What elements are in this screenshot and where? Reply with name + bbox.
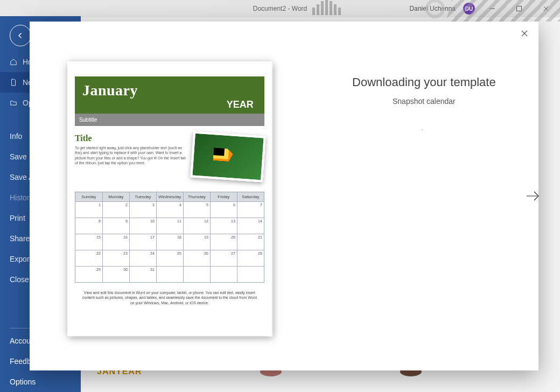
calendar-row: 15161718192021 (75, 234, 264, 250)
document-title: Document2 - Word (253, 5, 307, 12)
day-header: Saturday (237, 192, 264, 201)
template-download-dialog: January YEAR Subtitle Title To get start… (30, 22, 538, 370)
decor-stripes (446, 0, 560, 22)
sidebar-item-options[interactable]: Options (0, 372, 81, 392)
day-header: Wednesday (156, 192, 183, 201)
day-header: Friday (210, 192, 237, 201)
preview-month: January (82, 82, 257, 99)
title-bar: Document2 - Word Daniel Uchenna DU (0, 0, 560, 17)
calendar-row: 891011121314 (75, 218, 264, 234)
preview-year: YEAR (82, 99, 257, 110)
close-dialog-button[interactable] (519, 28, 530, 39)
loading-dots: · (310, 124, 538, 135)
back-arrow-icon (16, 31, 25, 40)
sidebar-item-label: Print (10, 214, 25, 222)
decor-fan (312, 0, 341, 15)
sidebar-item-label: Close (10, 275, 29, 284)
sidebar-item-label: Info (10, 132, 22, 141)
home-icon (10, 58, 17, 66)
next-template-button[interactable] (522, 186, 542, 206)
info-pane: Downloading your template Snapshot calen… (310, 22, 538, 370)
calendar-row: 22232425262728 (75, 250, 264, 266)
day-header: Sunday (75, 192, 102, 201)
dialog-heading: Downloading your template (310, 75, 538, 89)
preview-subtitle: Subtitle (75, 114, 264, 126)
close-icon (521, 30, 528, 37)
sidebar-item-label: Save (10, 152, 27, 161)
preview-photo (190, 131, 266, 182)
back-button[interactable] (10, 25, 31, 46)
dialog-card: January YEAR Subtitle Title To get start… (30, 22, 538, 370)
calendar-header-row: Sunday Monday Tuesday Wednesday Thursday… (75, 192, 264, 201)
day-header: Monday (102, 192, 129, 201)
calendar-row: 1234567 (75, 201, 264, 218)
arrow-right-icon (522, 186, 542, 206)
template-preview: January YEAR Subtitle Title To get start… (67, 61, 272, 336)
day-header: Tuesday (129, 192, 156, 201)
sidebar-item-label: Share (10, 234, 30, 243)
document-icon (10, 79, 17, 86)
sidebar-item-label: Export (10, 255, 31, 263)
day-header: Thursday (183, 192, 210, 201)
folder-icon (10, 99, 17, 107)
preview-calendar-grid: Sunday Monday Tuesday Wednesday Thursday… (75, 192, 264, 283)
preview-footer-text: View and edit this document in Word on y… (80, 290, 259, 305)
preview-title: Title (75, 134, 187, 143)
sidebar-item-label: Options (10, 377, 36, 386)
preview-pane: January YEAR Subtitle Title To get start… (30, 22, 310, 370)
preview-body: To get started right away, just click an… (75, 145, 187, 166)
preview-title-area: Title To get started right away, just cl… (75, 134, 264, 180)
preview-banner: January YEAR (75, 76, 264, 114)
calendar-row: 293031 (75, 266, 264, 282)
template-name: Snapshot calendar (310, 97, 538, 106)
